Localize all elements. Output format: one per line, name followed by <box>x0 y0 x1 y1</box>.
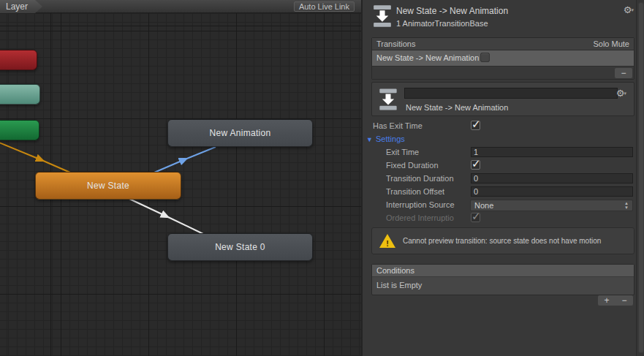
edge-new-state-to-new-animation-selected[interactable] <box>154 147 216 173</box>
conditions-empty-row: List is Empty <box>372 277 634 295</box>
inspector-scrollbar[interactable] <box>636 0 644 356</box>
edge-entry-to-new-state[interactable] <box>0 141 70 173</box>
fixed-duration-label: Fixed Duration <box>386 160 439 171</box>
inspector-title: New State -> New Animation <box>396 6 508 16</box>
inspector-panel: New State -> New Animation 1 AnimatorTra… <box>361 0 644 356</box>
add-condition-button[interactable]: + <box>598 296 615 306</box>
remove-condition-button[interactable]: − <box>615 296 633 306</box>
has-exit-time-row: Has Exit Time ✓ <box>363 121 644 132</box>
conditions-footer: + − <box>371 295 634 307</box>
ordered-interruption-row: Ordered Interruptio ✓ <box>363 213 644 224</box>
state-node-new-state[interactable]: New State <box>35 172 181 200</box>
interruption-source-value: None <box>474 201 493 210</box>
settings-foldout-row[interactable]: ▼ Settings <box>363 134 644 145</box>
mute-checkbox[interactable] <box>480 53 490 62</box>
warning-text: Cannot preview transition: source state … <box>403 237 601 245</box>
warning-box: ! Cannot preview transition: source stat… <box>371 227 634 254</box>
exit-time-row: Exit Time 1 <box>363 147 644 159</box>
ordered-interruption-label: Ordered Interruptio <box>386 213 454 224</box>
gear-icon[interactable]: ⚙ <box>624 5 634 15</box>
has-exit-time-checkbox[interactable]: ✓ <box>471 121 480 130</box>
inspector-subtitle: 1 AnimatorTransitionBase <box>396 19 488 28</box>
interruption-source-label: Interruption Source <box>386 200 455 211</box>
transitions-title: Transitions <box>376 39 415 48</box>
remove-transition-button[interactable]: − <box>615 69 632 78</box>
state-node-new-state-0[interactable]: New State 0 <box>167 233 313 261</box>
transitions-footer: − <box>372 66 634 79</box>
animator-graph-canvas[interactable]: New Animation New State New State 0 Laye… <box>0 0 361 356</box>
transition-offset-label: Transition Offset <box>386 186 444 197</box>
transition-name-input[interactable] <box>404 88 618 99</box>
transition-duration-field[interactable]: 0 <box>471 173 633 183</box>
exit-time-field[interactable]: 1 <box>471 147 633 157</box>
exit-time-label: Exit Time <box>386 147 419 158</box>
transition-offset-field[interactable]: 0 <box>471 186 633 197</box>
state-node-red[interactable] <box>0 50 37 70</box>
transition-detail-label: New State -> New Animation <box>406 103 508 112</box>
state-node-green[interactable] <box>0 120 39 140</box>
transition-detail-header: ⚙ New State -> New Animation <box>371 82 634 116</box>
state-node-teal[interactable] <box>0 84 40 105</box>
transition-row-label: New State -> New Animation <box>376 53 479 62</box>
foldout-open-icon[interactable]: ▼ <box>366 135 373 145</box>
transition-row-selected[interactable]: New State -> New Animation <box>372 50 634 66</box>
unity-animator-window: New Animation New State New State 0 Laye… <box>0 0 644 356</box>
warning-icon: ! <box>379 234 395 248</box>
conditions-panel: Conditions List is Empty <box>371 264 634 295</box>
fixed-duration-checkbox[interactable]: ✓ <box>471 160 480 170</box>
edge-new-state-to-new-state-0[interactable] <box>129 199 203 234</box>
interruption-source-dropdown[interactable]: None ▲▼ <box>470 200 633 211</box>
settings-label[interactable]: Settings <box>376 134 405 145</box>
check-icon: ✓ <box>471 118 481 129</box>
has-exit-time-label: Has Exit Time <box>373 121 423 132</box>
transitions-header: Transitions Solo Mute <box>372 38 634 50</box>
check-icon: ✓ <box>471 211 481 221</box>
conditions-header: Conditions <box>372 265 634 277</box>
transition-offset-row: Transition Offset 0 <box>363 186 644 198</box>
graph-toolbar: Layer Auto Live Link <box>0 0 361 13</box>
auto-live-link-button[interactable]: Auto Live Link <box>294 1 355 12</box>
interruption-source-row: Interruption Source None ▲▼ <box>363 200 644 211</box>
breadcrumb-label: Layer <box>6 1 28 12</box>
transition-icon <box>371 4 393 28</box>
breadcrumb-layer[interactable]: Layer <box>0 0 42 13</box>
fixed-duration-row: Fixed Duration ✓ <box>363 160 644 172</box>
transitions-panel: Transitions Solo Mute New State -> New A… <box>371 37 634 80</box>
state-node-new-animation[interactable]: New Animation <box>167 119 313 147</box>
transition-duration-row: Transition Duration 0 <box>363 173 644 185</box>
transition-icon <box>378 88 398 111</box>
scrollbar-thumb[interactable] <box>638 2 644 353</box>
transition-duration-label: Transition Duration <box>386 173 454 184</box>
ordered-interruption-checkbox: ✓ <box>471 213 480 222</box>
check-icon: ✓ <box>471 158 481 169</box>
chevron-updown-icon: ▲▼ <box>624 201 629 210</box>
gear-icon[interactable]: ⚙ <box>616 88 626 98</box>
mute-column-label: Mute <box>612 39 629 48</box>
solo-column-label: Solo <box>593 39 609 48</box>
